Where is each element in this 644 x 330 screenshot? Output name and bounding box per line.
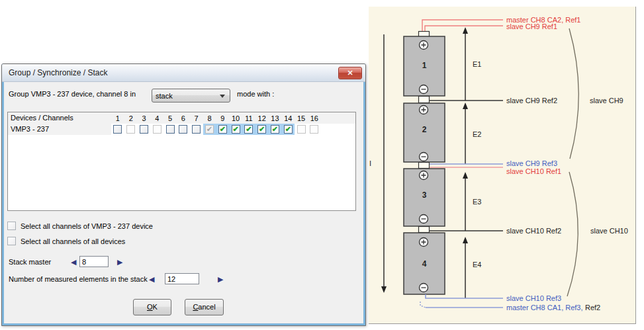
measured-elements-input[interactable]	[165, 273, 199, 284]
stack-diagram-svg: I	[369, 7, 635, 323]
channel-column-header-9: 9	[216, 114, 229, 122]
wire-label-slave10-ref3: slave CH10 Ref3	[506, 294, 561, 302]
cell-number-3: 3	[422, 190, 427, 200]
channel-column-header-7: 7	[190, 114, 203, 122]
table-header-row: Devices / Channels 1 2 3 4 5 6 7 8 9 10 …	[8, 112, 355, 124]
emf-label-e1: E1	[473, 60, 481, 68]
devices-channels-header: Devices / Channels	[8, 112, 111, 124]
channel-checkbox-14[interactable]	[284, 125, 293, 134]
devices-channels-table: Devices / Channels 1 2 3 4 5 6 7 8 9 10 …	[7, 112, 356, 211]
channel-column-header-8: 8	[203, 114, 216, 122]
blue-wire-ch10-ref3	[426, 294, 503, 298]
select-all-devices-label: Select all channels of all devices	[21, 237, 125, 245]
channel-column-header-6: 6	[177, 114, 190, 122]
channel-checkbox-11[interactable]	[244, 125, 253, 134]
channel-checkbox-8[interactable]	[205, 125, 214, 134]
blue-wire-dotted-segment	[420, 302, 426, 308]
cancel-button[interactable]: Cancel	[185, 299, 224, 315]
measured-elements-increment-icon[interactable]: ▶	[218, 275, 223, 284]
brace-slave-ch10	[567, 172, 578, 296]
select-all-devices-checkbox[interactable]	[7, 237, 16, 245]
channel-column-header-16: 16	[308, 114, 321, 122]
chevron-down-icon	[220, 95, 225, 98]
channel-checkbox-3[interactable]	[140, 125, 148, 134]
stack-master-increment-icon[interactable]: ▶	[117, 258, 122, 267]
wire-label-master-ca1: master CH8 CA1, Ref3,	[506, 304, 583, 311]
measured-elements-label: Number of measured elements in the stack	[9, 275, 148, 283]
emf-label-e4: E4	[473, 261, 481, 268]
channel-column-header-13: 13	[269, 114, 282, 122]
dialog-titlebar[interactable]: Group / Synchronize / Stack ✕	[2, 64, 365, 82]
device-name-cell: VMP3 - 237	[8, 124, 111, 135]
wire-label-slave9-ref2: slave CH9 Ref2	[506, 97, 557, 104]
wire-label-slave10-ref2: slave CH10 Ref2	[506, 227, 561, 235]
channel-column-header-4: 4	[150, 114, 163, 122]
channel-column-header-14: 14	[281, 114, 295, 122]
channel-checkbox-12[interactable]	[257, 125, 266, 134]
emf-label-e2: E2	[473, 130, 481, 138]
emf-label-e3: E3	[473, 198, 481, 206]
group-label-slave-ch9: slave CH9	[590, 97, 623, 104]
channel-column-header-11: 11	[242, 114, 255, 122]
wire-label-slave9-ref3: slave CH9 Ref3	[506, 159, 557, 167]
channel-checkbox-9[interactable]	[218, 125, 227, 134]
channel-checkbox-4[interactable]	[153, 125, 161, 134]
current-label: I	[369, 159, 371, 167]
channel-checkbox-16[interactable]	[310, 125, 318, 134]
red-wires-top	[422, 20, 503, 31]
cell-number-2: 2	[422, 125, 427, 134]
ok-button[interactable]: OK	[133, 299, 171, 315]
dialog-title: Group / Synchronize / Stack	[9, 68, 107, 77]
wire-label-master-ca1-ref2: Ref2	[585, 304, 600, 311]
mode-select[interactable]: stack	[152, 89, 230, 103]
channel-column-header-10: 10	[229, 114, 242, 122]
select-all-device-checkbox[interactable]	[7, 222, 16, 230]
group-suffix-label: mode with :	[237, 90, 274, 98]
channel-column-header-5: 5	[163, 114, 177, 122]
channel-column-header-15: 15	[295, 114, 308, 122]
channel-column-header-1: 1	[111, 114, 124, 122]
select-all-device-label: Select all channels of VMP3 - 237 device	[21, 222, 153, 230]
mode-select-value: stack	[156, 92, 173, 100]
close-button[interactable]: ✕	[338, 67, 362, 79]
current-arrowhead-icon	[381, 286, 387, 293]
cell-number-1: 1	[422, 61, 427, 70]
stack-master-label: Stack master	[9, 258, 51, 266]
channel-checkbox-6[interactable]	[179, 125, 187, 134]
screen: Group / Synchronize / Stack ✕ Group VMP3…	[0, 0, 644, 330]
table-row: VMP3 - 237	[8, 124, 355, 135]
terminal-cap-2-3	[419, 163, 430, 169]
dialog-client-area: Group VMP3 - 237 device, channel 8 in st…	[4, 82, 363, 323]
channel-checkbox-1[interactable]	[113, 125, 122, 134]
channel-column-header-12: 12	[255, 114, 269, 122]
channel-checkbox-13[interactable]	[271, 125, 279, 134]
wire-label-slave10-ref1: slave CH10 Ref1	[506, 167, 561, 175]
channel-column-header-3: 3	[138, 114, 151, 122]
channel-column-header-2: 2	[124, 114, 138, 122]
group-synchronize-stack-dialog: Group / Synchronize / Stack ✕ Group VMP3…	[1, 63, 366, 326]
brace-slave-ch9	[569, 28, 578, 159]
stack-wiring-diagram: I	[369, 7, 636, 324]
stack-master-input[interactable]	[79, 256, 109, 267]
group-label-slave-ch10: slave CH10	[590, 227, 628, 235]
measured-elements-decrement-icon[interactable]: ◀	[149, 275, 154, 284]
close-icon: ✕	[347, 69, 353, 77]
stack-master-decrement-icon[interactable]: ◀	[71, 258, 76, 267]
channel-checkbox-2[interactable]	[126, 125, 135, 134]
group-prefix-label: Group VMP3 - 237 device, channel 8 in	[9, 90, 136, 98]
cell-number-4: 4	[422, 259, 427, 268]
channel-checkbox-7[interactable]	[192, 125, 201, 134]
channel-checkbox-15[interactable]	[297, 125, 306, 134]
channel-checkbox-10[interactable]	[232, 125, 240, 134]
wire-label-slave9-ref1: slave CH9 Ref1	[506, 22, 557, 30]
terminal-cap-1-2	[419, 97, 430, 103]
terminal-cap-3-4	[419, 227, 430, 233]
channel-checkbox-5[interactable]	[166, 125, 175, 134]
